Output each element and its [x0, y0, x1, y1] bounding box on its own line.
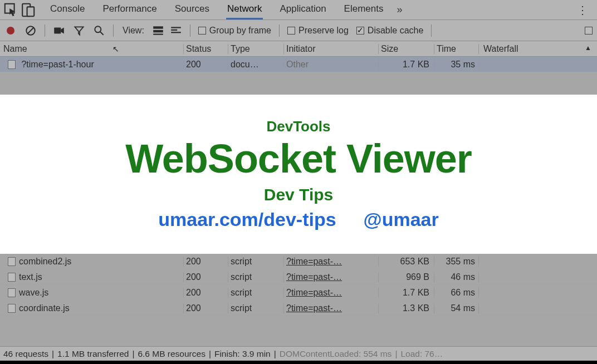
- divider: [279, 24, 280, 37]
- cell-name: text.js: [0, 272, 184, 282]
- devtools-upper: Console Performance Sources Network Appl…: [0, 0, 597, 95]
- file-icon: [8, 288, 16, 297]
- cell-size: 653 KB: [379, 257, 434, 267]
- table-row[interactable]: wave.js 200 script ?time=past-… 1.7 KB 6…: [0, 285, 597, 301]
- large-rows-icon[interactable]: [152, 24, 164, 37]
- col-size[interactable]: Size: [379, 44, 434, 54]
- status-load: Load: 76…: [400, 349, 443, 359]
- kebab-menu-icon[interactable]: ⋮: [577, 3, 588, 17]
- svg-rect-8: [153, 26, 163, 28]
- divider: [45, 24, 45, 37]
- tab-elements[interactable]: Elements: [343, 0, 385, 19]
- svg-line-4: [28, 27, 34, 33]
- network-table-body-bottom: combined2.js 200 script ?time=past-… 653…: [0, 254, 597, 316]
- svg-point-6: [95, 26, 101, 32]
- cell-size: 1.3 KB: [379, 303, 434, 313]
- cell-time: 355 ms: [434, 257, 479, 267]
- col-time[interactable]: Time: [434, 44, 479, 54]
- cell-status: 200: [184, 257, 228, 267]
- table-row[interactable]: text.js 200 script ?time=past-… 969 B 46…: [0, 269, 597, 285]
- divider: [113, 24, 114, 37]
- svg-rect-9: [153, 29, 163, 32]
- cell-size: 1.7 KB: [379, 60, 434, 70]
- view-icons: [152, 24, 182, 37]
- device-toggle-icon[interactable]: [20, 2, 36, 18]
- more-tabs-icon[interactable]: »: [397, 4, 402, 16]
- cell-type: script: [228, 303, 284, 313]
- cell-name: coordinate.js: [0, 303, 184, 313]
- view-label: View:: [123, 26, 144, 36]
- file-icon: [8, 304, 16, 313]
- disable-cache-label: Disable cache: [368, 26, 424, 36]
- cell-time: 46 ms: [434, 272, 479, 282]
- checkbox-icon: [585, 27, 593, 35]
- checkbox-icon: [198, 27, 206, 35]
- cell-status: 200: [184, 272, 228, 282]
- status-resources: 6.6 MB resources: [138, 349, 205, 359]
- cell-name: wave.js: [0, 288, 184, 298]
- overlay-links: umaar.com/dev-tips @umaar: [158, 209, 438, 230]
- cell-type: script: [228, 257, 284, 267]
- network-table-header: Name Status Type Initiator Size Time Wat…: [0, 41, 597, 57]
- svg-rect-2: [27, 7, 35, 16]
- overlay-subtitle: Dev Tips: [264, 185, 334, 204]
- table-row[interactable]: ?time=past-1-hour 200 docu… Other 1.7 KB…: [0, 57, 597, 72]
- file-icon: [8, 60, 16, 69]
- filter-icon[interactable]: [73, 24, 85, 37]
- status-domcontentloaded: DOMContentLoaded: 554 ms: [280, 349, 392, 359]
- cell-initiator: Other: [284, 60, 379, 70]
- title-overlay: DevTools WebSocket Viewer Dev Tips umaar…: [0, 95, 597, 254]
- group-by-frame-label: Group by frame: [209, 26, 271, 36]
- status-transferred: 1.1 MB transferred: [57, 349, 129, 359]
- cell-name: combined2.js: [0, 257, 184, 267]
- record-button[interactable]: [4, 24, 17, 37]
- col-status[interactable]: Status: [184, 44, 228, 54]
- cell-type: script: [228, 288, 284, 298]
- overlay-line1: DevTools: [266, 118, 330, 135]
- cell-initiator[interactable]: ?time=past-…: [284, 288, 379, 298]
- divider: [431, 24, 432, 37]
- cell-initiator[interactable]: ?time=past-…: [284, 303, 379, 313]
- preserve-log-checkbox[interactable]: Preserve log: [287, 26, 349, 36]
- svg-rect-11: [171, 27, 181, 28]
- camera-icon[interactable]: [53, 24, 65, 37]
- devtools-lower: combined2.js 200 script ?time=past-… 653…: [0, 254, 597, 346]
- network-table-body-top: ?time=past-1-hour 200 docu… Other 1.7 KB…: [0, 57, 597, 72]
- table-row[interactable]: coordinate.js 200 script ?time=past-… 1.…: [0, 301, 597, 316]
- tab-performance[interactable]: Performance: [101, 0, 158, 19]
- inspect-icon[interactable]: [3, 2, 19, 18]
- tab-console[interactable]: Console: [49, 0, 86, 19]
- overlay-url[interactable]: umaar.com/dev-tips: [158, 209, 336, 230]
- sort-asc-icon: ▲: [585, 44, 591, 52]
- overlay-title: WebSocket Viewer: [125, 139, 472, 179]
- col-initiator[interactable]: Initiator: [284, 44, 379, 54]
- network-statusbar: 46 requests | 1.1 MB transferred | 6.6 M…: [0, 346, 597, 361]
- devtools-tabbar: Console Performance Sources Network Appl…: [0, 0, 597, 20]
- cell-type: docu…: [228, 60, 284, 70]
- group-by-frame-checkbox[interactable]: Group by frame: [198, 26, 271, 36]
- cell-initiator[interactable]: ?time=past-…: [284, 257, 379, 267]
- col-type[interactable]: Type: [228, 44, 284, 54]
- col-name[interactable]: Name: [0, 44, 184, 54]
- offline-checkbox-partial[interactable]: [585, 27, 593, 35]
- cell-time: 35 ms: [434, 60, 479, 70]
- cell-size: 969 B: [379, 272, 434, 282]
- bottom-border: [0, 361, 597, 364]
- cell-time: 66 ms: [434, 288, 479, 298]
- svg-rect-13: [171, 32, 181, 33]
- tab-application[interactable]: Application: [278, 0, 327, 19]
- cell-initiator[interactable]: ?time=past-…: [284, 272, 379, 282]
- overlay-handle[interactable]: @umaar: [364, 209, 439, 230]
- tab-network[interactable]: Network: [226, 0, 263, 19]
- cell-status: 200: [184, 303, 228, 313]
- small-rows-icon[interactable]: [170, 24, 182, 37]
- table-row[interactable]: combined2.js 200 script ?time=past-… 653…: [0, 254, 597, 269]
- checkbox-icon: [287, 27, 295, 35]
- disable-cache-checkbox[interactable]: Disable cache: [356, 26, 424, 36]
- col-waterfall[interactable]: Waterfall ▲: [479, 44, 597, 54]
- panel-tabs: Console Performance Sources Network Appl…: [49, 0, 384, 19]
- tab-sources[interactable]: Sources: [174, 0, 211, 19]
- search-icon[interactable]: [93, 24, 105, 37]
- file-icon: [8, 257, 16, 266]
- clear-button[interactable]: [25, 24, 37, 37]
